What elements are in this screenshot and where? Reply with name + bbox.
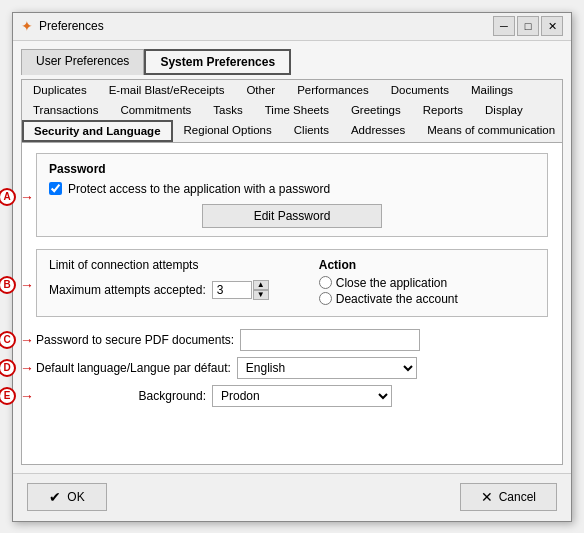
limit-section-wrapper: B → Limit of connection attempts Maximum… [36,249,548,321]
annotation-c-circle: C [0,331,16,349]
sub-tab-clients[interactable]: Clients [283,120,340,142]
sub-tab-commitments[interactable]: Commitments [109,100,202,120]
sub-tab-means-communication[interactable]: Means of communication [416,120,566,142]
tab-user-preferences[interactable]: User Preferences [21,49,144,75]
annotation-e-circle: E [0,387,16,405]
content-area: User Preferences System Preferences Dupl… [13,41,571,473]
annotation-a-circle: A [0,188,16,206]
action-title: Action [319,258,458,272]
lang-row: D → Default language/Langue par défaut: … [36,357,548,379]
cancel-label: Cancel [499,490,536,504]
deactivate-label: Deactivate the account [336,292,458,306]
annotation-a-arrow: → [20,189,34,205]
deactivate-row: Deactivate the account [319,292,458,306]
lang-label: Default language/Langue par défaut: [36,361,231,375]
sub-tab-greetings[interactable]: Greetings [340,100,412,120]
pdf-password-label: Password to secure PDF documents: [36,333,234,347]
pdf-password-input[interactable] [240,329,420,351]
sub-tabs-container: Duplicates E-mail Blast/eReceipts Other … [22,80,562,143]
app-icon: ✦ [21,18,33,34]
max-attempts-label: Maximum attempts accepted: [49,283,206,297]
title-bar-buttons: ─ □ ✕ [493,16,563,36]
limit-row: Maximum attempts accepted: ▲ ▼ [49,280,269,300]
deactivate-radio[interactable] [319,292,332,305]
sub-tab-duplicates[interactable]: Duplicates [22,80,98,100]
annotation-d-circle: D [0,359,16,377]
close-app-row: Close the application [319,276,458,290]
sub-tabs-row2: Transactions Commitments Tasks Time Shee… [22,100,562,120]
sub-tab-security-language[interactable]: Security and Language [22,120,173,142]
limit-left: Limit of connection attempts Maximum att… [49,258,269,300]
protect-access-label: Protect access to the application with a… [68,182,330,196]
annotation-d-wrapper: D → [0,359,36,377]
sub-tab-email-blast[interactable]: E-mail Blast/eReceipts [98,80,236,100]
sub-tab-time-sheets[interactable]: Time Sheets [254,100,340,120]
spinner-up[interactable]: ▲ [253,280,269,290]
annotation-d-arrow: → [20,360,34,376]
sub-tab-other[interactable]: Other [235,80,286,100]
background-label: Background: [36,389,206,403]
protect-access-checkbox[interactable] [49,182,62,195]
form-grid: C → Password to secure PDF documents: D … [36,329,548,407]
sub-tabs-row3: Security and Language Regional Options C… [22,120,562,142]
sub-tab-addresses[interactable]: Addresses [340,120,416,142]
annotation-b-arrow: → [20,277,34,293]
annotation-c-arrow: → [20,332,34,348]
sub-tab-documents[interactable]: Documents [380,80,460,100]
limit-inner: Limit of connection attempts Maximum att… [49,258,535,308]
annotation-e-arrow: → [20,388,34,404]
footer: ✔ OK ✕ Cancel [13,473,571,521]
background-select[interactable]: Prodon Default Classic [212,385,392,407]
max-attempts-input[interactable] [212,281,252,299]
lang-select[interactable]: English French Spanish [237,357,417,379]
background-row: E → Background: Prodon Default Classic [36,385,548,407]
sub-tab-performances[interactable]: Performances [286,80,380,100]
edit-password-button[interactable]: Edit Password [202,204,382,228]
limit-title: Limit of connection attempts [49,258,269,272]
minimize-button[interactable]: ─ [493,16,515,36]
annotation-b-circle: B [0,276,16,294]
sub-tabs-row1: Duplicates E-mail Blast/eReceipts Other … [22,80,562,100]
spinner-buttons: ▲ ▼ [253,280,269,300]
cancel-button[interactable]: ✕ Cancel [460,483,557,511]
limit-box: Limit of connection attempts Maximum att… [36,249,548,317]
tab-content: A → Password Protect access to the appli… [22,143,562,464]
main-tabs: User Preferences System Preferences [21,49,563,75]
sub-tab-transactions[interactable]: Transactions [22,100,109,120]
spinner-down[interactable]: ▼ [253,290,269,300]
close-button[interactable]: ✕ [541,16,563,36]
main-window: ✦ Preferences ─ □ ✕ User Preferences Sys… [12,12,572,522]
close-app-radio[interactable] [319,276,332,289]
pdf-password-row: C → Password to secure PDF documents: [36,329,548,351]
tab-system-preferences[interactable]: System Preferences [144,49,291,75]
annotation-c-wrapper: C → [0,331,36,349]
password-section-wrapper: A → Password Protect access to the appli… [36,153,548,241]
tab-panel: Duplicates E-mail Blast/eReceipts Other … [21,79,563,465]
title-bar: ✦ Preferences ─ □ ✕ [13,13,571,41]
sub-tab-reports[interactable]: Reports [412,100,474,120]
ok-icon: ✔ [49,489,61,505]
annotation-a-wrapper: A → [0,188,36,206]
cancel-icon: ✕ [481,489,493,505]
annotation-b-wrapper: B → [0,276,36,294]
window-title: Preferences [39,19,104,33]
ok-label: OK [67,490,84,504]
annotation-e-wrapper: E → [0,387,36,405]
action-section: Action Close the application Deactivate … [319,258,458,308]
sub-tab-regional-options[interactable]: Regional Options [173,120,283,142]
sub-tab-tasks[interactable]: Tasks [202,100,253,120]
spinner-wrapper: ▲ ▼ [212,280,269,300]
ok-button[interactable]: ✔ OK [27,483,107,511]
password-section: Password Protect access to the applicati… [36,153,548,237]
edit-password-wrapper: Edit Password [49,204,535,228]
title-bar-left: ✦ Preferences [21,18,104,34]
close-app-label: Close the application [336,276,447,290]
sub-tab-display[interactable]: Display [474,100,534,120]
sub-tab-mailings[interactable]: Mailings [460,80,524,100]
protect-access-row: Protect access to the application with a… [49,182,535,196]
maximize-button[interactable]: □ [517,16,539,36]
password-title: Password [49,162,535,176]
